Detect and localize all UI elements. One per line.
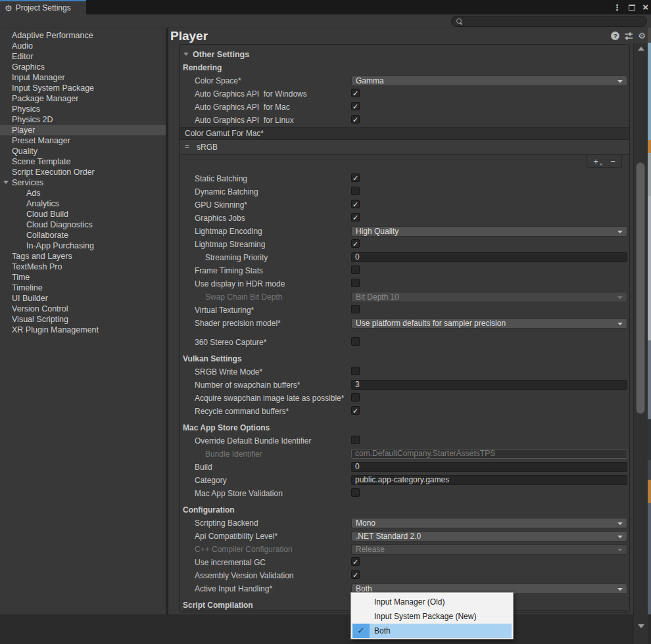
sidebar-item-input-manager[interactable]: Input Manager [0, 72, 166, 83]
bleed-block [648, 460, 651, 480]
sidebar-item-timeline[interactable]: Timeline [0, 283, 166, 293]
remove-button[interactable]: − [610, 157, 615, 166]
help-icon[interactable]: ? [611, 32, 619, 40]
use-incremental-gc-checkbox[interactable]: ✓ [351, 557, 360, 566]
sidebar-item-textmesh-pro[interactable]: TextMesh Pro [0, 262, 166, 272]
list-footer: +− [180, 155, 629, 169]
chevron-down-icon [617, 536, 623, 538]
sidebar-item-label: Script Execution Order [12, 167, 95, 177]
scripting-backend-dropdown[interactable]: Mono [351, 518, 627, 528]
sidebar-item-adaptive-performance[interactable]: Adaptive Performance [0, 30, 166, 41]
shader-precision-model-dropdown[interactable]: Use platform defaults for sampler precis… [351, 318, 627, 329]
sidebar-item-ads[interactable]: Ads [0, 188, 166, 198]
sidebar-item-tags-and-layers[interactable]: Tags and Layers [0, 251, 166, 262]
menu-item-input-manager-old[interactable]: Input Manager (Old) [352, 595, 512, 609]
row-assembly-version-validation: Assembly Version Validation✓ [180, 569, 629, 582]
sidebar-item-package-manager[interactable]: Package Manager [0, 93, 166, 104]
srgb-write-mode-checkbox[interactable] [351, 367, 360, 375]
dynamic-batching-checkbox[interactable] [351, 187, 360, 195]
sidebar-item-editor[interactable]: Editor [0, 51, 166, 62]
bleed-block [648, 503, 651, 614]
lightmap-encoding-dropdown[interactable]: High Quality [351, 226, 627, 237]
sidebar-item-label: Audio [12, 41, 33, 51]
number-of-swapchain-buffers-field[interactable]: 3 [351, 380, 627, 390]
graphics-jobs-checkbox[interactable]: ✓ [351, 213, 360, 221]
mac-app-store-validation-checkbox[interactable] [351, 488, 360, 497]
sidebar-item-script-execution-order[interactable]: Script Execution Order [0, 167, 166, 177]
kebab-menu-icon[interactable]: ⋮ [613, 3, 621, 12]
foldout-triangle-icon[interactable] [183, 53, 189, 56]
sidebar-item-graphics[interactable]: Graphics [0, 62, 166, 72]
api-compatibility-level-dropdown[interactable]: .NET Standard 2.0 [351, 531, 627, 541]
list-header: Color Gamut For Mac* [180, 127, 629, 140]
sidebar-item-preset-manager[interactable]: Preset Manager [0, 135, 166, 146]
menu-item-both[interactable]: ✓Both [352, 624, 512, 638]
dropdown-value: .NET Standard 2.0 [356, 532, 421, 541]
sidebar-item-cloud-build[interactable]: Cloud Build [0, 209, 166, 219]
row-use-incremental-gc: Use incremental GC✓ [180, 556, 629, 569]
static-batching-checkbox[interactable]: ✓ [351, 173, 360, 182]
sidebar-item-input-system-package[interactable]: Input System Package [0, 83, 166, 93]
sidebar-item-time[interactable]: Time [0, 272, 166, 283]
field-label: Bundle Identifier [205, 449, 262, 459]
category-field[interactable]: public.app-category.games [351, 475, 627, 485]
field-label: Number of swapchain buffers* [195, 380, 301, 390]
drag-handle-icon[interactable]: = [185, 142, 189, 151]
row-frame-timing-stats: Frame Timing Stats [180, 264, 629, 277]
override-default-bundle-identifier-checkbox[interactable] [351, 436, 360, 444]
settings-gear-icon[interactable]: ⚙ [638, 32, 646, 40]
row-acquire-swapchain-image-late-as-possible: Acquire swapchain image late as possible… [180, 392, 629, 405]
auto-graphics-api-for-windows-checkbox[interactable]: ✓ [351, 89, 360, 97]
maximize-icon[interactable] [629, 5, 635, 11]
gpu-skinning-checkbox[interactable]: ✓ [351, 200, 360, 208]
field-label: Category [195, 476, 227, 485]
auto-graphics-api-for-mac-checkbox[interactable]: ✓ [351, 102, 360, 110]
bleed-block [648, 614, 651, 644]
list-item-row[interactable]: =sRGB [180, 140, 629, 155]
sidebar-item-cloud-diagnostics[interactable]: Cloud Diagnostics [0, 219, 166, 230]
sidebar-item-services[interactable]: Services [0, 177, 166, 188]
sidebar-item-xr-plugin-management[interactable]: XR Plugin Management [0, 325, 166, 335]
color-space-dropdown[interactable]: Gamma [351, 76, 627, 86]
search-input[interactable] [451, 16, 647, 27]
sidebar-item-collaborate[interactable]: Collaborate [0, 230, 166, 241]
scroll-up-icon[interactable] [638, 47, 644, 51]
sidebar-item-physics[interactable]: Physics [0, 104, 166, 114]
sidebar-item-analytics[interactable]: Analytics [0, 198, 166, 209]
auto-graphics-api-for-linux-checkbox[interactable]: ✓ [351, 115, 360, 124]
presets-icon[interactable] [624, 32, 633, 40]
tab-project-settings[interactable]: ⚙ Project Settings [0, 0, 86, 14]
streaming-priority-field[interactable]: 0 [351, 252, 627, 262]
scroll-down-icon[interactable] [638, 624, 644, 628]
360-stereo-capture-checkbox[interactable] [351, 337, 360, 346]
sidebar-item-ui-builder[interactable]: UI Builder [0, 293, 166, 304]
sidebar-item-player[interactable]: Player [0, 125, 166, 135]
vertical-scrollbar[interactable] [633, 43, 648, 644]
sidebar-item-label: Adaptive Performance [12, 30, 93, 41]
frame-timing-stats-checkbox[interactable] [351, 265, 360, 274]
sidebar-item-physics-2d[interactable]: Physics 2D [0, 114, 166, 125]
acquire-swapchain-image-late-as-possible-checkbox[interactable] [351, 393, 360, 402]
virtual-texturing-checkbox[interactable] [351, 305, 360, 313]
sidebar-item-audio[interactable]: Audio [0, 41, 166, 51]
sidebar-item-scene-template[interactable]: Scene Template [0, 156, 166, 167]
chevron-down-icon [617, 296, 623, 299]
menu-item-input-system-package-new[interactable]: Input System Package (New) [352, 609, 512, 624]
sidebar-item-in-app-purchasing[interactable]: In-App Purchasing [0, 241, 166, 251]
tab-title: Project Settings [16, 3, 71, 12]
scrollbar-thumb[interactable] [636, 162, 645, 414]
use-display-in-hdr-mode-checkbox[interactable] [351, 279, 360, 287]
lightmap-streaming-checkbox[interactable]: ✓ [351, 239, 360, 248]
settings-rows: Other SettingsRenderingColor Space*Gamma… [180, 45, 629, 612]
recycle-command-buffers-checkbox[interactable]: ✓ [351, 406, 360, 415]
menu-item-label: Both [374, 624, 391, 638]
build-field[interactable]: 0 [351, 462, 627, 472]
sidebar-item-version-control[interactable]: Version Control [0, 304, 166, 314]
dropdown-value: Release [356, 545, 385, 554]
sidebar-item-quality[interactable]: Quality [0, 146, 166, 156]
panel-header: Player ? ⚙ [168, 28, 648, 44]
add-button[interactable]: + [593, 157, 598, 166]
row-static-batching: Static Batching✓ [180, 172, 629, 185]
assembly-version-validation-checkbox[interactable]: ✓ [351, 570, 360, 579]
sidebar-item-visual-scripting[interactable]: Visual Scripting [0, 314, 166, 325]
